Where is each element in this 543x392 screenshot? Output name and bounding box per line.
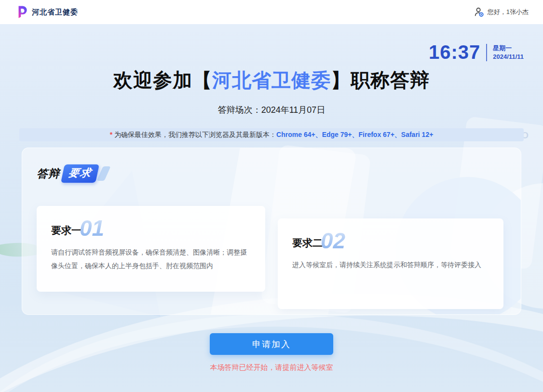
clock-time: 16:37: [429, 41, 480, 63]
app-header: 河北省卫健委 您好，1张小杰: [0, 0, 543, 24]
user-greeting[interactable]: 您好，1张小杰: [488, 8, 529, 16]
session-info: 答辩场次：2024年11月07日: [19, 104, 524, 116]
card-desc: 请自行调试答辩音频视屏设备，确保音频清楚、图像清晰；调整摄像头位置，确保本人的上…: [51, 246, 251, 272]
card-number: 02: [321, 231, 345, 251]
brand-title: 河北省卫健委: [32, 8, 78, 17]
user-icon: [474, 7, 484, 17]
requirement-cards: 要求一 01 请自行调试答辩音频视屏设备，确保音频清楚、图像清晰；调整摄像头位置…: [37, 206, 506, 309]
user-menu[interactable]: 您好，1张小杰: [474, 7, 529, 17]
page-title: 欢迎参加【河北省卫健委】职称答辩: [19, 67, 524, 94]
brand: 河北省卫健委: [14, 5, 78, 19]
card-title: 要求二: [292, 238, 323, 251]
notice-text: 为确保最佳效果，我们推荐以下浏览器及其最新版本：: [114, 131, 276, 138]
required-asterisk: *: [110, 131, 112, 138]
section-title-badge: 要求: [61, 164, 99, 183]
section-title-badge-label: 要求: [68, 167, 93, 179]
requirement-card-2: 要求二 02 进入等候室后，请持续关注系统提示和答辩顺序，等待评委接入: [278, 218, 503, 309]
main-stage: CO 16:37 星期一 2024/11/11 欢迎参加【河北省卫健委】职称答辩…: [0, 24, 543, 392]
title-suffix: 】职称答辩: [331, 69, 430, 91]
section-title-black: 答辩: [37, 166, 63, 181]
clock-weekday: 星期一: [493, 44, 524, 53]
title-prefix: 欢迎参加【: [113, 69, 212, 91]
card-number: 01: [80, 218, 104, 238]
app-logo-icon: [14, 5, 28, 19]
clock-divider: [486, 44, 487, 61]
requirements-panel: 答辩 要求 要求一 01 请自行调试答辩音频视屏设备，确保音频清楚、图像清晰；调…: [22, 148, 521, 315]
card-title: 要求一: [51, 225, 81, 238]
notice-browsers: Chrome 64+、Edge 79+、Firefox 67+、Safari 1…: [276, 131, 433, 138]
browser-notice: *为确保最佳效果，我们推荐以下浏览器及其最新版本：Chrome 64+、Edge…: [19, 128, 524, 141]
card-desc: 进入等候室后，请持续关注系统提示和答辩顺序，等待评委接入: [292, 258, 489, 271]
status-message: 本场答辩已经开始，请提前进入等候室: [19, 363, 524, 372]
clock: 16:37 星期一 2024/11/11: [19, 24, 524, 63]
clock-date: 2024/11/11: [493, 53, 524, 61]
badge-tail-decor: [96, 166, 110, 181]
section-title: 答辩 要求: [37, 164, 506, 183]
requirement-card-1: 要求一 01 请自行调试答辩音频视屏设备，确保音频清楚、图像清晰；调整摄像头位置…: [37, 206, 265, 292]
join-button[interactable]: 申请加入: [210, 333, 333, 355]
title-brand: 河北省卫健委: [212, 69, 331, 91]
